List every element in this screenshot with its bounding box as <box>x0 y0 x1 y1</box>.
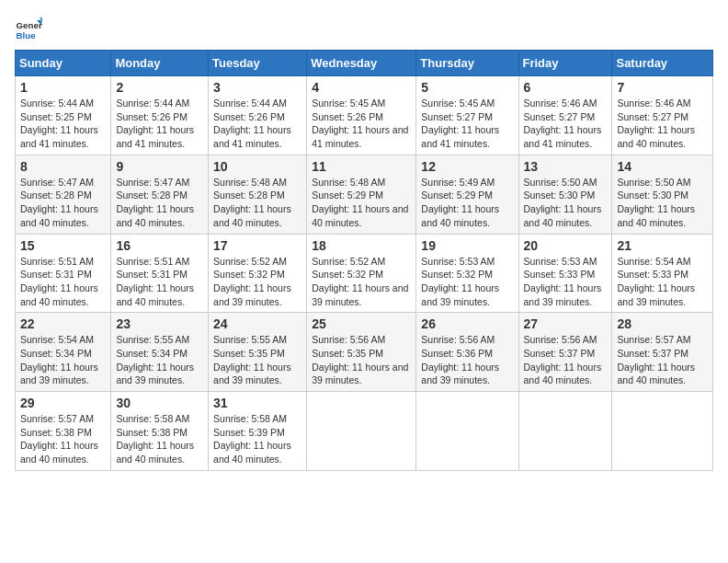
calendar-cell: 15 Sunrise: 5:51 AM Sunset: 5:31 PM Dayl… <box>16 234 111 313</box>
calendar-week-row: 15 Sunrise: 5:51 AM Sunset: 5:31 PM Dayl… <box>16 234 713 313</box>
day-info: Sunrise: 5:54 AM Sunset: 5:34 PM Dayligh… <box>20 333 106 387</box>
day-info: Sunrise: 5:49 AM Sunset: 5:29 PM Dayligh… <box>421 176 513 230</box>
day-info: Sunrise: 5:55 AM Sunset: 5:34 PM Dayligh… <box>116 333 203 387</box>
logo-icon: General Blue <box>15 15 42 42</box>
day-info: Sunrise: 5:57 AM Sunset: 5:37 PM Dayligh… <box>617 333 708 387</box>
calendar-cell: 31 Sunrise: 5:58 AM Sunset: 5:39 PM Dayl… <box>209 392 307 471</box>
calendar-cell: 13 Sunrise: 5:50 AM Sunset: 5:30 PM Dayl… <box>518 155 612 234</box>
header: General Blue <box>15 15 713 42</box>
calendar-week-row: 22 Sunrise: 5:54 AM Sunset: 5:34 PM Dayl… <box>16 313 713 392</box>
calendar-cell <box>416 392 518 471</box>
day-number: 24 <box>213 316 301 331</box>
day-info: Sunrise: 5:52 AM Sunset: 5:32 PM Dayligh… <box>312 255 411 309</box>
weekday-header: Sunday <box>16 51 111 76</box>
calendar-cell: 24 Sunrise: 5:55 AM Sunset: 5:35 PM Dayl… <box>209 313 307 392</box>
day-number: 6 <box>524 80 608 95</box>
day-number: 2 <box>116 80 203 95</box>
calendar-cell: 22 Sunrise: 5:54 AM Sunset: 5:34 PM Dayl… <box>16 313 111 392</box>
day-info: Sunrise: 5:58 AM Sunset: 5:39 PM Dayligh… <box>213 412 301 466</box>
day-number: 18 <box>312 238 411 253</box>
day-info: Sunrise: 5:50 AM Sunset: 5:30 PM Dayligh… <box>524 176 608 230</box>
day-number: 19 <box>421 238 513 253</box>
day-info: Sunrise: 5:56 AM Sunset: 5:36 PM Dayligh… <box>421 333 513 387</box>
day-number: 9 <box>116 159 203 174</box>
day-info: Sunrise: 5:47 AM Sunset: 5:28 PM Dayligh… <box>116 176 203 230</box>
day-number: 21 <box>617 238 708 253</box>
day-number: 7 <box>617 80 708 95</box>
calendar-cell: 30 Sunrise: 5:58 AM Sunset: 5:38 PM Dayl… <box>111 392 209 471</box>
calendar-body: 1 Sunrise: 5:44 AM Sunset: 5:25 PM Dayli… <box>16 76 713 471</box>
day-number: 8 <box>20 159 106 174</box>
calendar-cell: 4 Sunrise: 5:45 AM Sunset: 5:26 PM Dayli… <box>307 76 416 155</box>
calendar-cell: 12 Sunrise: 5:49 AM Sunset: 5:29 PM Dayl… <box>416 155 518 234</box>
day-info: Sunrise: 5:44 AM Sunset: 5:25 PM Dayligh… <box>20 97 106 151</box>
day-info: Sunrise: 5:54 AM Sunset: 5:33 PM Dayligh… <box>617 255 708 309</box>
calendar-cell: 19 Sunrise: 5:53 AM Sunset: 5:32 PM Dayl… <box>416 234 518 313</box>
day-number: 3 <box>213 80 301 95</box>
day-info: Sunrise: 5:51 AM Sunset: 5:31 PM Dayligh… <box>20 255 106 309</box>
day-info: Sunrise: 5:48 AM Sunset: 5:29 PM Dayligh… <box>312 176 411 230</box>
calendar-cell: 7 Sunrise: 5:46 AM Sunset: 5:27 PM Dayli… <box>612 76 713 155</box>
calendar-cell: 11 Sunrise: 5:48 AM Sunset: 5:29 PM Dayl… <box>307 155 416 234</box>
calendar-cell: 29 Sunrise: 5:57 AM Sunset: 5:38 PM Dayl… <box>16 392 111 471</box>
day-number: 16 <box>116 238 203 253</box>
day-number: 17 <box>213 238 301 253</box>
calendar-cell: 1 Sunrise: 5:44 AM Sunset: 5:25 PM Dayli… <box>16 76 111 155</box>
day-info: Sunrise: 5:56 AM Sunset: 5:37 PM Dayligh… <box>524 333 608 387</box>
day-info: Sunrise: 5:46 AM Sunset: 5:27 PM Dayligh… <box>617 97 708 151</box>
weekday-header: Tuesday <box>209 51 307 76</box>
day-number: 25 <box>312 316 411 331</box>
day-info: Sunrise: 5:46 AM Sunset: 5:27 PM Dayligh… <box>524 97 608 151</box>
day-info: Sunrise: 5:48 AM Sunset: 5:28 PM Dayligh… <box>213 176 301 230</box>
day-info: Sunrise: 5:51 AM Sunset: 5:31 PM Dayligh… <box>116 255 203 309</box>
calendar-cell: 2 Sunrise: 5:44 AM Sunset: 5:26 PM Dayli… <box>111 76 209 155</box>
day-info: Sunrise: 5:58 AM Sunset: 5:38 PM Dayligh… <box>116 412 203 466</box>
svg-text:Blue: Blue <box>17 30 37 40</box>
day-info: Sunrise: 5:44 AM Sunset: 5:26 PM Dayligh… <box>116 97 203 151</box>
day-number: 22 <box>20 316 106 331</box>
weekday-header: Thursday <box>416 51 518 76</box>
calendar-cell <box>518 392 612 471</box>
weekday-header: Wednesday <box>307 51 416 76</box>
day-number: 4 <box>312 80 411 95</box>
calendar-header: SundayMondayTuesdayWednesdayThursdayFrid… <box>16 51 713 76</box>
day-number: 5 <box>421 80 513 95</box>
day-number: 1 <box>20 80 106 95</box>
day-number: 26 <box>421 316 513 331</box>
calendar-cell: 23 Sunrise: 5:55 AM Sunset: 5:34 PM Dayl… <box>111 313 209 392</box>
day-info: Sunrise: 5:52 AM Sunset: 5:32 PM Dayligh… <box>213 255 301 309</box>
calendar-week-row: 8 Sunrise: 5:47 AM Sunset: 5:28 PM Dayli… <box>16 155 713 234</box>
calendar-cell: 10 Sunrise: 5:48 AM Sunset: 5:28 PM Dayl… <box>209 155 307 234</box>
calendar-cell: 25 Sunrise: 5:56 AM Sunset: 5:35 PM Dayl… <box>307 313 416 392</box>
day-number: 15 <box>20 238 106 253</box>
day-info: Sunrise: 5:53 AM Sunset: 5:33 PM Dayligh… <box>524 255 608 309</box>
day-info: Sunrise: 5:50 AM Sunset: 5:30 PM Dayligh… <box>617 176 708 230</box>
calendar-table: SundayMondayTuesdayWednesdayThursdayFrid… <box>15 50 713 471</box>
day-info: Sunrise: 5:45 AM Sunset: 5:27 PM Dayligh… <box>421 97 513 151</box>
day-number: 30 <box>116 396 203 410</box>
day-info: Sunrise: 5:53 AM Sunset: 5:32 PM Dayligh… <box>421 255 513 309</box>
day-number: 10 <box>213 159 301 174</box>
weekday-header: Saturday <box>612 51 713 76</box>
calendar-cell: 3 Sunrise: 5:44 AM Sunset: 5:26 PM Dayli… <box>209 76 307 155</box>
calendar-cell: 28 Sunrise: 5:57 AM Sunset: 5:37 PM Dayl… <box>612 313 713 392</box>
calendar-cell: 21 Sunrise: 5:54 AM Sunset: 5:33 PM Dayl… <box>612 234 713 313</box>
day-number: 31 <box>213 396 301 410</box>
day-info: Sunrise: 5:55 AM Sunset: 5:35 PM Dayligh… <box>213 333 301 387</box>
calendar-cell: 27 Sunrise: 5:56 AM Sunset: 5:37 PM Dayl… <box>518 313 612 392</box>
day-info: Sunrise: 5:45 AM Sunset: 5:26 PM Dayligh… <box>312 97 411 151</box>
day-info: Sunrise: 5:47 AM Sunset: 5:28 PM Dayligh… <box>20 176 106 230</box>
calendar-cell: 14 Sunrise: 5:50 AM Sunset: 5:30 PM Dayl… <box>612 155 713 234</box>
day-info: Sunrise: 5:56 AM Sunset: 5:35 PM Dayligh… <box>312 333 411 387</box>
day-number: 28 <box>617 316 708 331</box>
calendar-cell: 6 Sunrise: 5:46 AM Sunset: 5:27 PM Dayli… <box>518 76 612 155</box>
calendar-cell: 26 Sunrise: 5:56 AM Sunset: 5:36 PM Dayl… <box>416 313 518 392</box>
day-number: 27 <box>524 316 608 331</box>
day-number: 29 <box>20 396 106 410</box>
calendar-cell: 16 Sunrise: 5:51 AM Sunset: 5:31 PM Dayl… <box>111 234 209 313</box>
day-number: 13 <box>524 159 608 174</box>
weekday-header: Friday <box>518 51 612 76</box>
calendar-cell <box>612 392 713 471</box>
day-number: 11 <box>312 159 411 174</box>
day-number: 23 <box>116 316 203 331</box>
